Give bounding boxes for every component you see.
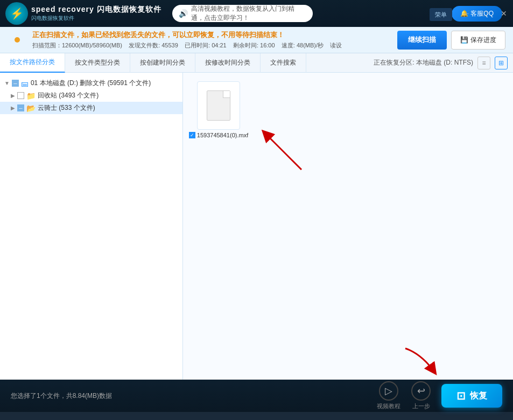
tree-checkbox-recycle[interactable] [17,92,24,99]
logo-subtitle: 闪电数据恢复软件 [31,15,161,22]
tab-bar: 按文件路径分类 按文件类型分类 按创建时间分类 按修改时间分类 文件搜索 正在恢… [0,53,513,73]
close-icon: ✕ [501,9,507,18]
time-left: 剩余时间: 16:00 [233,42,275,48]
tree-toggle-cloud: ▶ [11,105,15,111]
tab-right-info: 正在恢复分区: 本地磁盘 (D: NTFS) ≡ ⊞ [374,57,513,69]
red-arrow-annotation [248,116,312,182]
video-icon: ▷ [379,381,398,401]
scan-range: 扫描范围：12600(MB)/58960(MB) [32,42,122,48]
menu-button[interactable]: 荣单 [430,8,452,21]
scan-status: 正在扫描文件，如果已经找到您丢失的文件，可以立即恢复，不用等待扫描结束！ [32,30,392,40]
back-button[interactable]: ↩ 上一步 [411,381,431,410]
scan-icon [8,30,27,50]
tab-by-type[interactable]: 按文件类型分类 [65,53,130,73]
bottom-status: 您选择了1个文件，共8.84(MB)数据 [11,391,112,401]
speaker-icon: 🔊 [179,9,188,18]
tab-file-search[interactable]: 文件搜索 [261,53,306,73]
grid-view-button[interactable]: ⊞ [495,57,508,69]
back-icon: ↩ [411,381,431,401]
file-grid: ✓ 1593745841(0).mxf [183,73,513,380]
file-doc-icon-0 [207,90,230,121]
file-name-row-0: ✓ 1593745841(0).mxf [189,132,248,138]
bottom-bar: 您选择了1个文件，共8.84(MB)数据 ▷ 视频教程 ↩ 上一步 ⊡ 恢复 [0,380,513,412]
search-bar[interactable]: 🔊 高清视频教程，数据恢复从入门到精通，点击立即学习！ [172,5,313,22]
video-label: 视频教程 [377,402,400,410]
logo-area: ⚡ speed recovery 闪电数据恢复软件 闪电数据恢复软件 [5,2,161,25]
minimize-button[interactable]: ─ [456,0,475,27]
tree-checkbox-cloud[interactable]: ─ [17,104,24,111]
tab-by-type-label: 按文件类型分类 [75,58,120,67]
window-controls: 荣单 ─ □ ✕ [430,0,513,27]
search-bar-text: 高清视频教程，数据恢复从入门到精通，点击立即学习！ [191,4,307,23]
tree-toggle-recycle: ▶ [11,93,15,99]
folder-icon-cloud: 📂 [26,104,36,113]
file-count: 发现文件数: 45539 [129,42,178,48]
grid-icon: ⊞ [498,59,504,67]
tree-item-cloud[interactable]: ▶ ─ 📂 云骑士 (533 个文件) [0,102,182,114]
video-tutorial-button[interactable]: ▷ 视频教程 [377,381,400,410]
file-checkbox-0[interactable]: ✓ [189,132,195,138]
tree-checkbox-root[interactable]: ─ [12,80,19,87]
logo-name: speed recovery 闪电数据恢复软件 [31,5,161,15]
scan-actions: 继续扫描 💾 保存进度 [397,31,505,50]
tree-item-recycle[interactable]: ▶ 📁 回收站 (3493 个文件) [0,89,182,102]
continue-scan-button[interactable]: 继续扫描 [397,31,447,50]
tree-label-recycle: 回收站 (3493 个文件) [38,91,178,100]
save-icon: 💾 [460,36,468,44]
scan-bar: 正在扫描文件，如果已经找到您丢失的文件，可以立即恢复，不用等待扫描结束！ 扫描范… [0,27,513,53]
list-icon: ≡ [482,59,486,67]
scan-info: 正在扫描文件，如果已经找到您丢失的文件，可以立即恢复，不用等待扫描结束！ 扫描范… [32,30,392,50]
tree-label-cloud: 云骑士 (533 个文件) [38,103,178,113]
file-item-0[interactable]: ✓ 1593745841(0).mxf [192,81,245,138]
folder-icon-recycle: 📁 [26,92,36,100]
recover-button[interactable]: ⊡ 恢复 [441,384,502,408]
partition-label: 正在恢复分区: 本地磁盘 (D: NTFS) [374,58,473,67]
title-bar: ⚡ speed recovery 闪电数据恢复软件 闪电数据恢复软件 🔊 高清视… [0,0,513,27]
tree-item-root[interactable]: ▼ ─ 🖴 01 本地磁盘 (D:) 删除文件 (59591 个文件) [0,77,182,89]
app-logo-icon: ⚡ [5,2,28,25]
save-label: 保存进度 [470,36,496,45]
hdd-icon: 🖴 [21,79,29,88]
maximize-icon: □ [482,9,487,18]
tab-by-modify-time[interactable]: 按修改时间分类 [195,53,261,73]
tab-by-modify-time-label: 按修改时间分类 [205,58,250,67]
logo-text: speed recovery 闪电数据恢复软件 闪电数据恢复软件 [31,5,161,22]
list-view-button[interactable]: ≡ [477,57,490,69]
tab-file-search-label: 文件搜索 [270,58,296,67]
tab-by-path-label: 按文件路径分类 [10,58,55,67]
main-area: ▼ ─ 🖴 01 本地磁盘 (D:) 删除文件 (59591 个文件) ▶ 📁 … [0,73,513,380]
file-name-0: 1593745841(0).mxf [197,132,248,138]
scan-settings: 读设 [330,42,342,48]
time-used: 已用时间: 04:21 [185,42,227,48]
save-progress-button[interactable]: 💾 保存进度 [451,31,505,50]
arrow-svg [248,116,312,180]
scan-speed: 速度: 48(MB)/秒 [282,42,324,48]
back-label: 上一步 [412,402,430,410]
tab-by-create-time-label: 按创建时间分类 [140,58,185,67]
maximize-button[interactable]: □ [475,0,494,27]
close-button[interactable]: ✕ [494,0,513,27]
tab-by-create-time[interactable]: 按创建时间分类 [130,53,195,73]
tree-toggle-root: ▼ [4,80,10,86]
recover-label: 恢复 [470,390,487,402]
minimize-icon: ─ [463,9,469,18]
scan-details: 扫描范围：12600(MB)/58960(MB) 发现文件数: 45539 已用… [32,41,392,50]
recover-icon: ⊡ [456,389,466,402]
scan-dot [15,37,20,43]
file-tree: ▼ ─ 🖴 01 本地磁盘 (D:) 删除文件 (59591 个文件) ▶ 📁 … [0,73,183,380]
bottom-actions: ▷ 视频教程 ↩ 上一步 ⊡ 恢复 [377,381,502,410]
tree-label-root: 01 本地磁盘 (D:) 删除文件 (59591 个文件) [31,79,178,88]
file-icon-wrapper-0 [197,81,240,130]
tab-by-path[interactable]: 按文件路径分类 [0,53,65,73]
